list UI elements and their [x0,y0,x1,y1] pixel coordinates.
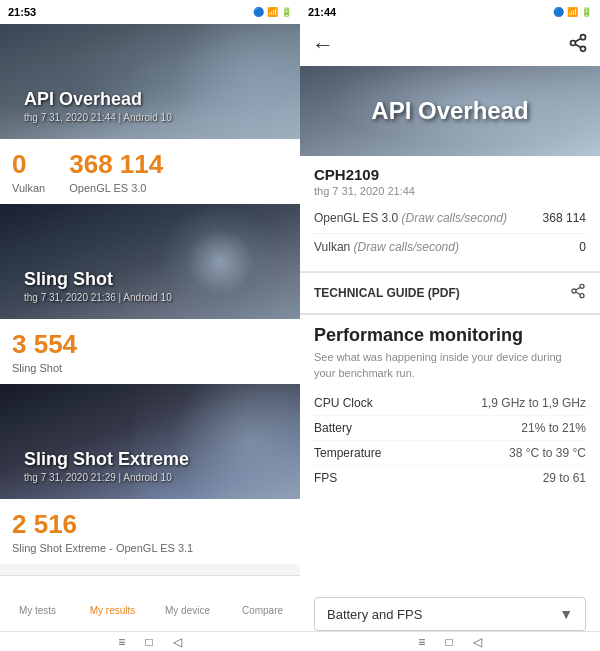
sling-shot-score: 3 554 [12,329,288,360]
svg-point-5 [581,34,586,39]
right-home-btn[interactable]: □ [445,635,452,649]
battery-row: Battery 21% to 21% [314,416,586,441]
hero-section: API Overhead [300,66,600,156]
svg-line-14 [576,288,581,291]
nav-compare-label: Compare [242,605,283,616]
left-back-btn[interactable]: ◁ [173,635,182,649]
left-panel: 21:53 🔵📶🔋 API Overhead thg 7 31, 2020 21… [0,0,300,651]
cpu-clock-val: 1,9 GHz to 1,9 GHz [481,396,586,410]
right-status-icons: 🔵📶🔋 [553,7,592,17]
api-overhead-vulkan-score: 0 [12,149,45,180]
dropdown-selector[interactable]: Battery and FPS ▼ [314,597,586,631]
nav-my-tests-label: My tests [19,605,56,616]
right-status-bar: 21:44 🔵📶🔋 [300,0,600,24]
sling-shot-card[interactable]: Sling Shot thg 7 31, 2020 21:36 | Androi… [0,204,300,384]
api-overhead-card[interactable]: API Overhead thg 7 31, 2020 21:44 | Andr… [0,24,300,204]
left-system-bar: ≡ □ ◁ [0,631,300,651]
sling-shot-title: Sling Shot [24,269,276,290]
sling-shot-extreme-title: Sling Shot Extreme [24,449,276,470]
perf-title: Performance monitoring [314,325,586,346]
right-system-bar: ≡ □ ◁ [300,631,600,651]
left-home-btn[interactable]: □ [145,635,152,649]
vulkan-metric-key: Vulkan (Draw calls/second) [314,240,526,256]
opengl-metric-key: OpenGL ES 3.0 (Draw calls/second) [314,211,526,227]
left-status-bar: 21:53 🔵📶🔋 [0,0,300,24]
temperature-key: Temperature [314,446,381,460]
vulkan-metric-row: Vulkan (Draw calls/second) 0 [314,234,586,262]
svg-line-8 [575,44,581,47]
battery-key: Battery [314,421,352,435]
left-menu-btn[interactable]: ≡ [118,635,125,649]
api-overhead-title: API Overhead [24,89,276,110]
fps-val: 29 to 61 [543,471,586,485]
fps-key: FPS [314,471,337,485]
sling-shot-scores: 3 554 Sling Shot [0,319,300,384]
dropdown-label: Battery and FPS [327,607,422,622]
nav-my-results[interactable]: My results [75,576,150,631]
svg-point-7 [581,46,586,51]
nav-compare[interactable]: Compare [225,576,300,631]
svg-line-9 [575,38,581,41]
tech-guide-share-icon[interactable] [570,283,586,303]
nav-my-device-label: My device [165,605,210,616]
sling-shot-score-label: Sling Shot [12,362,288,374]
right-panel: 21:44 🔵📶🔋 ← API Overhead CPH2109 thg 7 3… [300,0,600,651]
api-overhead-date: thg 7 31, 2020 21:44 | Android 10 [24,112,276,123]
svg-point-10 [580,285,584,289]
opengl-metric-row: OpenGL ES 3.0 (Draw calls/second) 368 11… [314,205,586,234]
opengl-metric-value: 368 114 [526,211,586,225]
left-status-icons: 🔵📶🔋 [253,7,292,17]
nav-my-device[interactable]: My device [150,576,225,631]
sling-shot-extreme-score: 2 516 [12,509,288,540]
sling-shot-extreme-score-label: Sling Shot Extreme - OpenGL ES 3.1 [12,542,288,554]
temperature-row: Temperature 38 °C to 39 °C [314,441,586,466]
cpu-clock-key: CPU Clock [314,396,373,410]
back-button[interactable]: ← [312,32,334,58]
sling-shot-extreme-date: thg 7 31, 2020 21:29 | Android 10 [24,472,276,483]
sling-shot-date: thg 7 31, 2020 21:36 | Android 10 [24,292,276,303]
left-time: 21:53 [8,6,36,18]
hero-title: API Overhead [371,97,528,125]
svg-line-13 [576,292,581,295]
right-time: 21:44 [308,6,336,18]
sling-shot-extreme-card[interactable]: Sling Shot Extreme thg 7 31, 2020 21:29 … [0,384,300,564]
tech-guide-row[interactable]: TECHNICAL GUIDE (PDF) [300,272,600,315]
svg-point-6 [571,40,576,45]
vulkan-metric-value: 0 [526,240,586,254]
api-overhead-scores: 0 Vulkan 368 114 OpenGL ES 3.0 [0,139,300,204]
perf-section: Performance monitoring See what was happ… [300,315,600,587]
api-overhead-vulkan-label: Vulkan [12,182,45,194]
fps-row: FPS 29 to 61 [314,466,586,490]
share-button[interactable] [568,33,588,58]
bottom-nav: My tests My results My device [0,575,300,631]
svg-point-12 [580,294,584,298]
nav-my-results-label: My results [90,605,136,616]
api-overhead-opengl-label: OpenGL ES 3.0 [69,182,163,194]
device-info-section: CPH2109 thg 7 31, 2020 21:44 OpenGL ES 3… [300,156,600,272]
tech-guide-label: TECHNICAL GUIDE (PDF) [314,286,460,300]
device-date: thg 7 31, 2020 21:44 [314,185,586,197]
cpu-clock-row: CPU Clock 1,9 GHz to 1,9 GHz [314,391,586,416]
battery-val: 21% to 21% [521,421,586,435]
right-menu-btn[interactable]: ≡ [418,635,425,649]
perf-description: See what was happening inside your devic… [314,350,586,381]
svg-point-11 [572,289,576,293]
right-toolbar: ← [300,24,600,66]
sling-shot-extreme-scores: 2 516 Sling Shot Extreme - OpenGL ES 3.1 [0,499,300,564]
right-back-btn[interactable]: ◁ [473,635,482,649]
temperature-val: 38 °C to 39 °C [509,446,586,460]
chevron-down-icon: ▼ [559,606,573,622]
nav-my-tests[interactable]: My tests [0,576,75,631]
device-name: CPH2109 [314,166,586,183]
api-overhead-opengl-score: 368 114 [69,149,163,180]
